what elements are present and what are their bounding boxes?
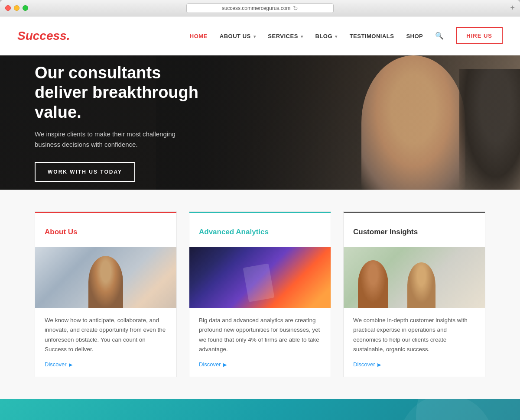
arrow-icon: ▶ bbox=[223, 362, 227, 367]
nav-link-blog[interactable]: BLOG ▾ bbox=[315, 33, 337, 39]
card-header-about: About Us bbox=[35, 219, 176, 247]
card-link-about[interactable]: Discover ▶ bbox=[45, 361, 72, 368]
nav-link-shop[interactable]: SHOP bbox=[406, 33, 423, 39]
url-bar[interactable]: success.commercegurus.com ↻ bbox=[186, 3, 334, 13]
nav-link-testimonials[interactable]: TESTIMONIALS bbox=[350, 33, 394, 39]
browser-window: success.commercegurus.com ↻ + Success. H… bbox=[0, 0, 520, 420]
nav-search-icon[interactable]: 🔍 bbox=[435, 32, 444, 40]
hero-person2-image bbox=[459, 69, 520, 190]
chevron-down-icon: ▾ bbox=[301, 34, 303, 39]
nav-item-services[interactable]: SERVICES ▾ bbox=[268, 32, 303, 40]
site-logo[interactable]: Success. bbox=[17, 29, 70, 43]
card-body-about: We know how to anticipate, collaborate, … bbox=[35, 308, 176, 368]
card-image-analytics bbox=[189, 247, 331, 308]
card-title-about: About Us bbox=[45, 228, 167, 236]
card-body-analytics: Big data and advanced analytics are crea… bbox=[189, 308, 331, 368]
nav-item-testimonials[interactable]: TESTIMONIALS bbox=[350, 32, 394, 40]
navbar: Success. HOME ABOUT US ▾ SERVICES ▾ BLOG… bbox=[0, 16, 520, 55]
hire-us-nav-item[interactable]: HIRE US bbox=[456, 27, 503, 44]
card-top-border-dark bbox=[344, 212, 485, 213]
card-link-analytics[interactable]: Discover ▶ bbox=[199, 361, 227, 368]
card-header-analytics: Advanced Analytics bbox=[189, 219, 331, 247]
hire-us-button[interactable]: HIRE US bbox=[456, 27, 503, 44]
card-text-about: We know how to anticipate, collaborate, … bbox=[45, 316, 167, 354]
hero-section: Our consultants deliver breakthrough val… bbox=[0, 55, 520, 190]
new-tab-button[interactable]: + bbox=[510, 3, 515, 13]
card-body-insights: We combine in-depth customer insights wi… bbox=[344, 308, 485, 368]
dot-close[interactable] bbox=[5, 5, 11, 11]
nav-item-blog[interactable]: BLOG ▾ bbox=[315, 32, 337, 40]
nav-item-about[interactable]: ABOUT US ▾ bbox=[220, 32, 256, 40]
nav-link-services[interactable]: SERVICES ▾ bbox=[268, 33, 303, 39]
chevron-down-icon: ▾ bbox=[335, 34, 338, 39]
card-insights: Customer Insights We combine in-depth cu… bbox=[343, 211, 485, 377]
card-top-border-teal bbox=[189, 212, 331, 213]
nav-item-shop[interactable]: SHOP bbox=[406, 32, 423, 40]
hero-subtitle: We inspire clients to make their most ch… bbox=[35, 129, 191, 150]
hero-title: Our consultants deliver breakthrough val… bbox=[35, 63, 217, 123]
dot-minimize[interactable] bbox=[14, 5, 20, 11]
arrow-icon: ▶ bbox=[377, 362, 381, 367]
nav-link-about[interactable]: ABOUT US ▾ bbox=[220, 33, 256, 39]
card-analytics: Advanced Analytics Big data and advanced… bbox=[189, 211, 331, 377]
card-title-insights: Customer Insights bbox=[353, 228, 475, 236]
card-image-about bbox=[35, 247, 176, 308]
card-text-insights: We combine in-depth customer insights wi… bbox=[353, 316, 475, 354]
browser-content: Success. HOME ABOUT US ▾ SERVICES ▾ BLOG… bbox=[0, 16, 520, 420]
hero-cta-button[interactable]: WORK WITH US TODAY bbox=[35, 162, 135, 182]
url-text: success.commercegurus.com bbox=[222, 5, 291, 11]
cards-section: About Us We know how to anticipate, coll… bbox=[0, 190, 520, 399]
nav-link-home[interactable]: HOME bbox=[190, 33, 208, 39]
card-header-insights: Customer Insights bbox=[344, 219, 485, 247]
hero-person-image bbox=[361, 55, 465, 190]
card-title-analytics: Advanced Analytics bbox=[199, 228, 321, 236]
card-text-analytics: Big data and advanced analytics are crea… bbox=[199, 316, 321, 354]
search-icon[interactable]: 🔍 bbox=[435, 32, 444, 39]
reload-button[interactable]: ↻ bbox=[293, 5, 298, 12]
chevron-down-icon: ▾ bbox=[254, 34, 256, 39]
card-link-insights[interactable]: Discover ▶ bbox=[353, 361, 381, 368]
browser-titlebar: success.commercegurus.com ↻ + bbox=[0, 0, 520, 16]
card-top-border-red bbox=[35, 212, 176, 213]
dot-fullscreen[interactable] bbox=[23, 5, 28, 11]
hero-content: Our consultants deliver breakthrough val… bbox=[0, 63, 251, 182]
browser-dots bbox=[5, 5, 28, 11]
cta-section: Let's deliver the right solution for you… bbox=[0, 399, 520, 420]
cards-grid: About Us We know how to anticipate, coll… bbox=[35, 211, 485, 377]
card-image-insights bbox=[344, 247, 485, 308]
nav-menu: HOME ABOUT US ▾ SERVICES ▾ BLOG ▾ TESTIM… bbox=[190, 27, 503, 44]
nav-item-home[interactable]: HOME bbox=[190, 32, 208, 40]
card-about: About Us We know how to anticipate, coll… bbox=[35, 211, 177, 377]
arrow-icon: ▶ bbox=[69, 362, 72, 367]
